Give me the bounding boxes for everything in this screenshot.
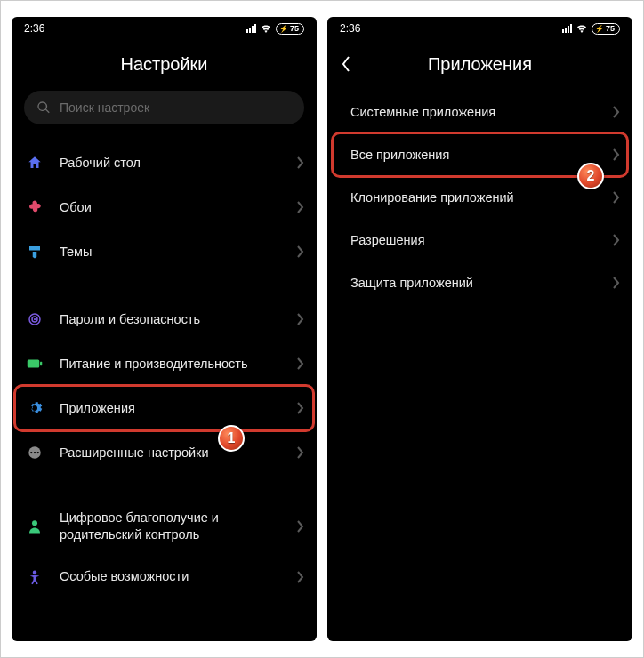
phone-settings: 2:36 ⚡ 75 Настройки Рабочий стол [12,17,317,641]
back-button[interactable] [342,56,350,72]
status-time: 2:36 [24,22,44,35]
page-title: Настройки [120,54,207,75]
signal-icon [562,24,572,33]
page-title: Приложения [428,54,532,75]
svg-rect-3 [28,360,40,368]
signal-icon [246,24,256,33]
row-themes[interactable]: Темы [12,229,317,274]
row-permissions[interactable]: Разрешения [327,219,632,261]
gear-icon [24,397,45,419]
svg-point-8 [37,452,39,453]
chevron-right-icon [613,148,620,161]
dots-icon [24,442,45,463]
chevron-right-icon [613,234,620,246]
phone-apps: 2:36 ⚡ 75 Приложения Системные приложени… [327,17,632,641]
search-bar[interactable] [24,91,304,124]
row-passwords-security[interactable]: Пароли и безопасность [12,297,317,341]
chevron-right-icon [297,520,304,533]
annotation-badge-2: 2 [577,163,604,189]
status-icons: ⚡ 75 [562,23,620,35]
row-app-lock[interactable]: Защита приложений [327,261,632,304]
chevron-right-icon [613,191,620,204]
row-system-apps[interactable]: Системные приложения [327,91,632,133]
tutorial-canvas: 2:36 ⚡ 75 Настройки Рабочий стол [0,0,644,658]
chevron-right-icon [297,245,304,258]
row-wallpaper[interactable]: Обои [12,185,317,229]
annotation-badge-1: 1 [218,425,245,452]
chevron-right-icon [297,201,304,213]
row-apps[interactable]: Приложения [12,386,317,430]
svg-rect-4 [40,362,42,366]
chevron-right-icon [613,277,620,289]
chevron-left-icon [342,56,350,72]
flower-icon [24,197,45,218]
svg-point-9 [32,520,37,526]
chevron-right-icon [297,313,304,325]
row-home-screen[interactable]: Рабочий стол [12,140,317,185]
chevron-right-icon [613,106,620,118]
home-icon [24,152,45,173]
chevron-right-icon [297,446,304,459]
chevron-right-icon [297,571,304,583]
row-additional-settings[interactable]: Расширенные настройки [12,430,317,475]
fingerprint-icon [24,309,45,330]
battery-icon: ⚡ 75 [592,23,620,35]
svg-point-6 [30,452,32,453]
search-input[interactable] [60,100,292,115]
row-accessibility[interactable]: Особые возможности [12,555,317,599]
wifi-icon [260,24,272,33]
chevron-right-icon [297,357,304,370]
chevron-right-icon [297,156,304,169]
svg-point-7 [34,452,36,453]
header: Приложения [327,36,632,91]
status-bar: 2:36 ⚡ 75 [12,17,317,36]
svg-point-2 [34,318,36,320]
status-time: 2:36 [340,22,360,35]
row-digital-wellbeing[interactable]: Цифровое благополучие и родительский кон… [12,498,317,555]
search-icon [36,100,51,115]
status-icons: ⚡ 75 [246,23,304,35]
wellbeing-icon [24,516,45,537]
status-bar: 2:36 ⚡ 75 [327,17,632,36]
wifi-icon [576,24,588,33]
row-battery-performance[interactable]: Питание и производительность [12,341,317,386]
settings-list: Рабочий стол Обои Темы Пароли и безопасн… [12,140,317,641]
chevron-right-icon [297,402,304,414]
brush-icon [24,241,45,262]
svg-point-10 [33,570,37,574]
battery-perf-icon [24,353,45,374]
battery-icon: ⚡ 75 [276,23,304,35]
accessibility-icon [24,566,45,588]
header: Настройки [12,36,317,91]
